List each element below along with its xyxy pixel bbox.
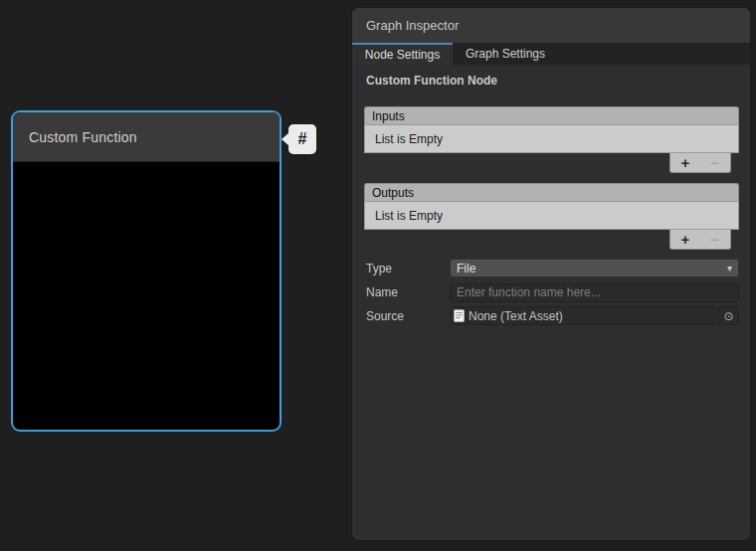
inputs-list-footerwrap: + −: [364, 153, 739, 173]
outputs-add-button[interactable]: +: [677, 232, 694, 247]
list-empty-label: List is Empty: [375, 209, 443, 223]
node-title-bar[interactable]: Custom Function: [13, 112, 280, 162]
panel-header[interactable]: Graph Inspector: [352, 8, 750, 43]
tab-graph-settings[interactable]: Graph Settings: [453, 43, 558, 65]
tab-label: Graph Settings: [466, 47, 545, 61]
list-header-label: Inputs: [372, 109, 405, 123]
inputs-empty-row: List is Empty: [364, 125, 739, 153]
chevron-down-icon: ▾: [727, 263, 732, 274]
badge-pointer-icon: [282, 132, 289, 146]
inputs-list: Inputs List is Empty + −: [364, 106, 739, 173]
panel-title: Graph Inspector: [366, 18, 459, 33]
section-title: Custom Function Node: [366, 74, 750, 90]
outputs-list-header: Outputs: [364, 183, 739, 202]
source-label: Source: [366, 309, 450, 323]
plus-icon: +: [681, 231, 690, 248]
graph-canvas[interactable]: Custom Function # Graph Inspector Node S…: [0, 0, 756, 551]
type-dropdown[interactable]: File ▾: [450, 259, 739, 277]
name-row: Name: [352, 282, 739, 301]
type-label: Type: [366, 262, 450, 276]
outputs-list-footer: + −: [669, 230, 731, 250]
tab-label: Node Settings: [365, 48, 440, 62]
source-row: Source None (Text Asset) ⊙: [352, 306, 739, 325]
outputs-empty-row: List is Empty: [364, 202, 739, 230]
node-hash-badge[interactable]: #: [288, 124, 316, 154]
source-object-field[interactable]: None (Text Asset) ⊙: [450, 306, 739, 325]
list-empty-label: List is Empty: [375, 132, 443, 146]
node-preview-area: [13, 162, 280, 432]
custom-function-node[interactable]: Custom Function: [11, 110, 282, 432]
text-asset-icon: [454, 309, 465, 322]
tab-node-settings[interactable]: Node Settings: [352, 43, 453, 65]
function-name-input[interactable]: [450, 283, 739, 302]
source-value: None (Text Asset): [469, 309, 563, 323]
outputs-list: Outputs List is Empty + −: [364, 183, 739, 250]
type-row: Type File ▾: [352, 259, 739, 277]
object-picker-icon: ⊙: [723, 310, 733, 322]
hash-icon: #: [298, 130, 307, 148]
minus-icon: −: [711, 231, 720, 248]
name-label: Name: [366, 285, 450, 299]
inputs-add-button[interactable]: +: [677, 155, 694, 170]
plus-icon: +: [681, 154, 690, 171]
list-header-label: Outputs: [372, 186, 414, 200]
field-rows: Type File ▾ Name Source: [352, 259, 739, 325]
inputs-remove-button[interactable]: −: [707, 155, 724, 170]
graph-inspector-panel: Graph Inspector Node Settings Graph Sett…: [352, 8, 750, 540]
object-picker-button[interactable]: ⊙: [718, 307, 738, 324]
inputs-list-header: Inputs: [364, 106, 739, 125]
inputs-list-footer: + −: [669, 153, 731, 173]
inspector-tabbar: Node Settings Graph Settings: [352, 43, 750, 65]
outputs-list-footerwrap: + −: [364, 230, 739, 250]
node-title: Custom Function: [29, 129, 137, 145]
minus-icon: −: [711, 154, 720, 171]
outputs-remove-button[interactable]: −: [707, 232, 724, 247]
type-dropdown-value: File: [457, 262, 475, 276]
